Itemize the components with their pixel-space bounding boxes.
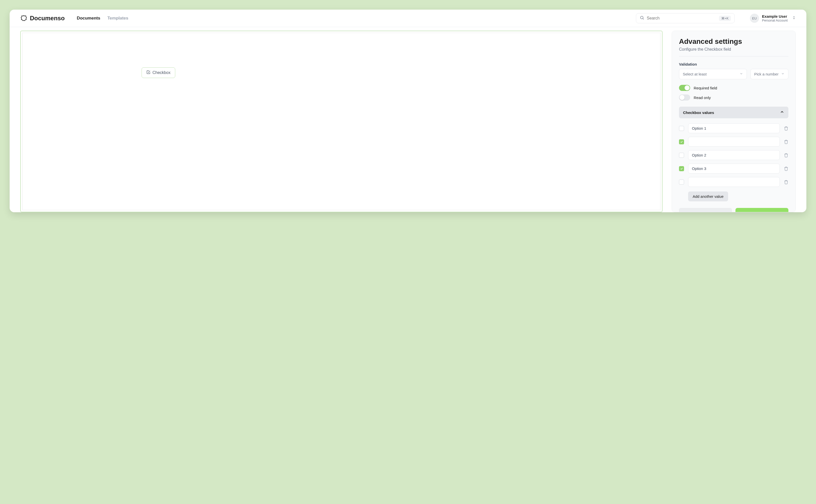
checkbox-icon: [146, 70, 150, 75]
search-kbd: ⌘+K: [719, 16, 731, 21]
value-input[interactable]: [688, 137, 780, 147]
chevron-updown-icon: [792, 15, 796, 21]
value-row: [679, 137, 788, 147]
trash-icon[interactable]: [784, 153, 788, 158]
validation-label: Validation: [679, 62, 788, 66]
nav-documents[interactable]: Documents: [77, 16, 100, 21]
user-info: Example User Personal Account: [762, 14, 788, 22]
avatar: EU: [750, 14, 759, 23]
validation-number-select[interactable]: Pick a number: [750, 69, 788, 79]
value-input[interactable]: [688, 177, 780, 187]
search-icon: [640, 15, 644, 21]
trash-icon[interactable]: [784, 180, 788, 184]
chevron-up-icon: [780, 110, 784, 115]
brand-icon: [20, 15, 27, 22]
search-input-wrap[interactable]: ⌘+K: [636, 13, 735, 23]
save-button[interactable]: Save: [735, 208, 788, 212]
chevron-down-icon: [740, 72, 743, 76]
readonly-label: Read only: [694, 95, 711, 100]
value-row: [679, 164, 788, 173]
trash-icon[interactable]: [784, 140, 788, 144]
validation-row: Select at least Pick a number: [679, 69, 788, 79]
readonly-toggle[interactable]: [679, 94, 690, 101]
search-input[interactable]: [647, 16, 719, 21]
validation-number-value: Pick a number: [754, 72, 779, 76]
trash-icon[interactable]: [784, 166, 788, 171]
sidebar-footer: Cancel Save: [679, 208, 788, 212]
required-label: Required field: [694, 86, 717, 90]
value-checkbox[interactable]: [679, 180, 684, 185]
checkbox-values-accordion[interactable]: Checkbox values: [679, 107, 788, 118]
value-row: [679, 150, 788, 160]
value-input[interactable]: [688, 150, 780, 160]
value-input[interactable]: [688, 164, 780, 173]
readonly-toggle-row: Read only: [679, 94, 788, 101]
document-canvas[interactable]: Checkbox: [20, 31, 663, 212]
value-checkbox[interactable]: [679, 153, 684, 158]
sidebar-title: Advanced settings: [679, 37, 788, 46]
user-name: Example User: [762, 14, 788, 18]
checkbox-values-list: [679, 123, 788, 187]
value-checkbox[interactable]: [679, 166, 684, 171]
required-toggle[interactable]: [679, 85, 690, 91]
sidebar-subtitle: Configure the Checkbox field: [679, 47, 788, 52]
validation-rule-value: Select at least: [683, 72, 707, 76]
settings-sidebar: Advanced settings Configure the Checkbox…: [672, 31, 796, 212]
value-checkbox[interactable]: [679, 126, 684, 131]
main-content: Checkbox Advanced settings Configure the…: [10, 27, 806, 212]
user-account-type: Personal Account: [762, 18, 788, 22]
nav-templates[interactable]: Templates: [107, 16, 128, 21]
required-toggle-row: Required field: [679, 85, 788, 91]
svg-point-0: [640, 16, 643, 19]
checkbox-field-chip[interactable]: Checkbox: [142, 67, 175, 78]
svg-line-1: [643, 18, 644, 19]
brand-logo[interactable]: Documenso: [20, 15, 65, 22]
cancel-button[interactable]: Cancel: [679, 208, 732, 212]
field-chip-label: Checkbox: [152, 70, 170, 75]
brand-name: Documenso: [30, 15, 65, 22]
app-window: Documenso Documents Templates ⌘+K EU Exa…: [10, 10, 806, 212]
top-nav: Documents Templates: [77, 16, 128, 21]
add-value-button[interactable]: Add another value: [688, 191, 728, 201]
trash-icon[interactable]: [784, 126, 788, 131]
value-checkbox[interactable]: [679, 139, 684, 144]
accordion-label: Checkbox values: [683, 110, 714, 115]
app-header: Documenso Documents Templates ⌘+K EU Exa…: [10, 10, 806, 27]
chevron-down-icon: [781, 72, 785, 76]
value-input[interactable]: [688, 123, 780, 133]
value-row: [679, 123, 788, 133]
value-row: [679, 177, 788, 187]
validation-rule-select[interactable]: Select at least: [679, 69, 747, 79]
document-page: Checkbox: [22, 33, 660, 210]
user-menu[interactable]: EU Example User Personal Account: [750, 14, 796, 23]
